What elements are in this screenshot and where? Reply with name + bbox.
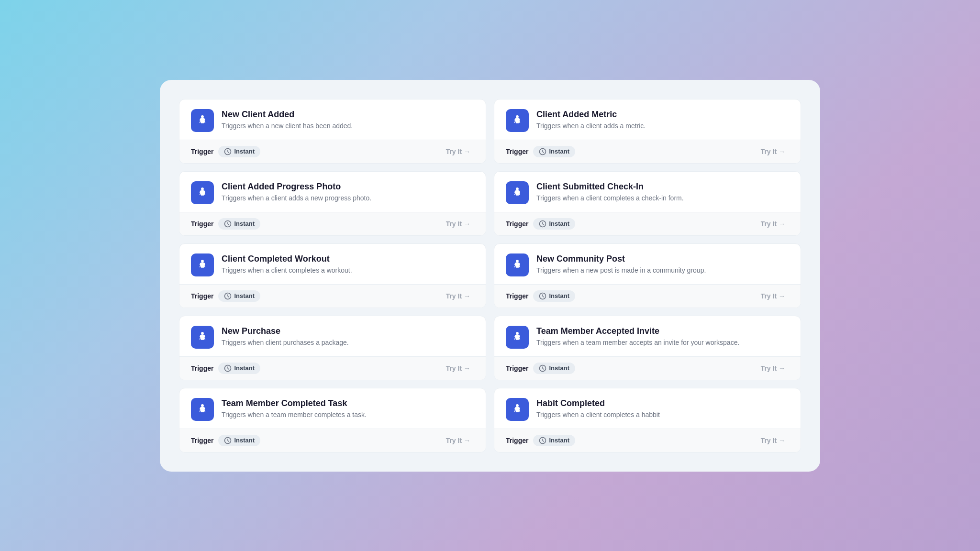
svg-point-2 [516, 115, 519, 118]
try-it-label-new-purchase: Try It → [446, 364, 470, 372]
svg-point-14 [516, 331, 519, 334]
badge-text-new-community-post: Instant [549, 292, 569, 299]
trigger-label-habit-completed: Trigger [506, 437, 528, 444]
trigger-section-habit-completed: Trigger Instant [506, 435, 575, 446]
instant-badge-client-added-metric: Instant [533, 146, 575, 157]
trigger-section-client-submitted-check-in: Trigger Instant [506, 218, 575, 230]
try-it-button-team-member-completed-task[interactable]: Try It → [442, 435, 474, 446]
instant-badge-team-member-completed-task: Instant [218, 435, 260, 446]
card-header-client-completed-workout: Client Completed Workout Triggers when a… [179, 244, 486, 284]
instant-badge-new-community-post: Instant [533, 290, 575, 302]
card-title-team-member-completed-task: Team Member Completed Task [222, 398, 367, 408]
card-footer-new-client-added: Trigger Instant Try It → [179, 140, 486, 163]
card-text-new-community-post: New Community Post Triggers when a new p… [536, 254, 706, 276]
card-text-habit-completed: Habit Completed Triggers when a client c… [536, 398, 660, 420]
trigger-label-client-submitted-check-in: Trigger [506, 220, 528, 228]
badge-text-new-client-added: Instant [234, 148, 255, 155]
card-description-new-client-added: Triggers when a new client has been adde… [222, 121, 353, 131]
card-title-new-purchase: New Purchase [222, 326, 349, 336]
svg-point-4 [201, 187, 204, 190]
trigger-label-client-added-metric: Trigger [506, 148, 528, 155]
card-client-added-metric: Client Added Metric Triggers when a clie… [494, 99, 801, 164]
trigger-section-new-client-added: Trigger Instant [191, 146, 260, 157]
card-header-client-added-metric: Client Added Metric Triggers when a clie… [494, 99, 801, 140]
try-it-label-new-community-post: Try It → [761, 292, 785, 300]
card-title-new-client-added: New Client Added [222, 110, 353, 120]
instant-badge-habit-completed: Instant [533, 435, 575, 446]
card-footer-client-added-metric: Trigger Instant Try It → [494, 140, 801, 163]
instant-badge-new-purchase: Instant [218, 363, 260, 374]
card-title-team-member-accepted-invite: Team Member Accepted Invite [536, 326, 739, 336]
try-it-button-client-completed-workout[interactable]: Try It → [442, 290, 474, 302]
try-it-label-client-completed-workout: Try It → [446, 292, 470, 300]
try-it-button-new-community-post[interactable]: Try It → [757, 290, 789, 302]
badge-text-team-member-completed-task: Instant [234, 437, 255, 444]
trigger-section-team-member-accepted-invite: Trigger Instant [506, 363, 575, 374]
card-description-client-completed-workout: Triggers when a client completes a worko… [222, 266, 352, 276]
trigger-label-client-added-progress-photo: Trigger [191, 220, 213, 228]
card-footer-client-added-progress-photo: Trigger Instant Try It → [179, 212, 486, 235]
try-it-button-client-added-progress-photo[interactable]: Try It → [442, 218, 474, 230]
try-it-button-habit-completed[interactable]: Try It → [757, 435, 789, 446]
card-footer-habit-completed: Trigger Instant Try It → [494, 429, 801, 452]
trigger-section-client-added-metric: Trigger Instant [506, 146, 575, 157]
card-description-team-member-accepted-invite: Triggers when a team member accepts an i… [536, 338, 739, 348]
try-it-label-client-submitted-check-in: Try It → [761, 220, 785, 228]
try-it-button-team-member-accepted-invite[interactable]: Try It → [757, 363, 789, 374]
card-description-client-added-progress-photo: Triggers when a client adds a new progre… [222, 194, 371, 203]
svg-point-12 [201, 331, 204, 334]
instant-badge-client-submitted-check-in: Instant [533, 218, 575, 230]
card-text-client-completed-workout: Client Completed Workout Triggers when a… [222, 254, 352, 276]
try-it-label-team-member-completed-task: Try It → [446, 437, 470, 444]
card-header-new-community-post: New Community Post Triggers when a new p… [494, 244, 801, 284]
card-text-client-submitted-check-in: Client Submitted Check-In Triggers when … [536, 182, 684, 203]
card-icon-client-submitted-check-in [506, 181, 529, 204]
card-icon-new-community-post [506, 253, 529, 276]
try-it-button-new-purchase[interactable]: Try It → [442, 363, 474, 374]
card-icon-client-added-progress-photo [191, 181, 214, 204]
card-habit-completed: Habit Completed Triggers when a client c… [494, 388, 801, 452]
try-it-label-client-added-metric: Try It → [761, 148, 785, 155]
card-title-client-added-metric: Client Added Metric [536, 110, 646, 120]
instant-badge-new-client-added: Instant [218, 146, 260, 157]
card-icon-client-completed-workout [191, 253, 214, 276]
card-footer-client-completed-workout: Trigger Instant Try It → [179, 284, 486, 308]
card-text-team-member-completed-task: Team Member Completed Task Triggers when… [222, 398, 367, 420]
try-it-button-client-submitted-check-in[interactable]: Try It → [757, 218, 789, 230]
card-footer-team-member-accepted-invite: Trigger Instant Try It → [494, 356, 801, 380]
card-header-client-added-progress-photo: Client Added Progress Photo Triggers whe… [179, 172, 486, 212]
trigger-section-team-member-completed-task: Trigger Instant [191, 435, 260, 446]
card-header-habit-completed: Habit Completed Triggers when a client c… [494, 388, 801, 429]
card-title-habit-completed: Habit Completed [536, 398, 660, 408]
try-it-label-client-added-progress-photo: Try It → [446, 220, 470, 228]
card-header-team-member-accepted-invite: Team Member Accepted Invite Triggers whe… [494, 316, 801, 356]
svg-point-18 [516, 404, 519, 407]
card-client-completed-workout: Client Completed Workout Triggers when a… [179, 243, 486, 308]
card-header-team-member-completed-task: Team Member Completed Task Triggers when… [179, 388, 486, 429]
card-header-new-purchase: New Purchase Triggers when client purcha… [179, 316, 486, 356]
card-new-community-post: New Community Post Triggers when a new p… [494, 243, 801, 308]
card-icon-team-member-completed-task [191, 398, 214, 421]
instant-badge-client-completed-workout: Instant [218, 290, 260, 302]
badge-text-new-purchase: Instant [234, 364, 255, 372]
try-it-label-team-member-accepted-invite: Try It → [761, 364, 785, 372]
svg-point-16 [201, 404, 204, 407]
card-text-client-added-metric: Client Added Metric Triggers when a clie… [536, 110, 646, 131]
try-it-label-habit-completed: Try It → [761, 437, 785, 444]
try-it-button-client-added-metric[interactable]: Try It → [757, 146, 789, 157]
try-it-button-new-client-added[interactable]: Try It → [442, 146, 474, 157]
trigger-section-new-purchase: Trigger Instant [191, 363, 260, 374]
card-header-new-client-added: New Client Added Triggers when a new cli… [179, 99, 486, 140]
card-icon-team-member-accepted-invite [506, 326, 529, 349]
svg-point-8 [201, 259, 204, 262]
try-it-label-new-client-added: Try It → [446, 148, 470, 155]
trigger-label-new-community-post: Trigger [506, 292, 528, 300]
trigger-section-new-community-post: Trigger Instant [506, 290, 575, 302]
badge-text-client-submitted-check-in: Instant [549, 220, 569, 227]
card-client-submitted-check-in: Client Submitted Check-In Triggers when … [494, 171, 801, 236]
badge-text-client-added-metric: Instant [549, 148, 569, 155]
card-team-member-completed-task: Team Member Completed Task Triggers when… [179, 388, 486, 452]
card-icon-habit-completed [506, 398, 529, 421]
card-description-team-member-completed-task: Triggers when a team member completes a … [222, 410, 367, 420]
card-title-new-community-post: New Community Post [536, 254, 706, 264]
